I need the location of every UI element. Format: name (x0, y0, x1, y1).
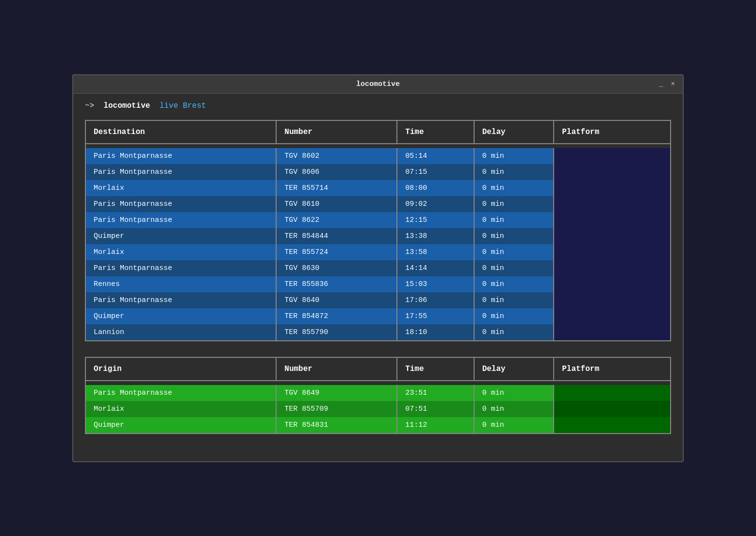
table-row: QuimperTER 85483111:120 min (85, 417, 671, 434)
table-row: MorlaixTER 85572413:580 min (85, 244, 671, 260)
minimize-button[interactable]: _ (659, 80, 663, 88)
col-platform-arr: Platform (554, 357, 671, 381)
arrivals-header-row: Origin Number Time Delay Platform (85, 357, 671, 381)
titlebar: locomotive _ × (73, 75, 683, 94)
table-row: MorlaixTER 85571408:000 min (85, 180, 671, 196)
window-controls: _ × (659, 80, 675, 88)
table-row: Paris MontparnasseTGV 860205:140 min (85, 148, 671, 164)
col-delay: Delay (474, 120, 554, 144)
table-row: QuimperTER 85487217:550 min (85, 308, 671, 324)
prompt-command: locomotive (103, 101, 150, 110)
arrivals-table: Origin Number Time Delay Platform Paris … (85, 357, 671, 434)
prompt-line: ~> locomotive live Brest (85, 101, 671, 110)
col-delay-arr: Delay (474, 357, 554, 381)
prompt-arguments: live Brest (160, 101, 206, 110)
col-origin: Origin (85, 357, 276, 381)
col-time: Time (397, 120, 474, 144)
table-row: Paris MontparnasseTGV 861009:020 min (85, 196, 671, 212)
departures-table: Destination Number Time Delay Platform P… (85, 120, 671, 341)
close-button[interactable]: × (671, 80, 675, 88)
prompt-arrow: ~> (85, 101, 94, 110)
col-number: Number (276, 120, 397, 144)
table-row: Paris MontparnasseTGV 860607:150 min (85, 164, 671, 180)
table-row: MorlaixTER 85570907:510 min (85, 401, 671, 417)
col-time-arr: Time (397, 357, 474, 381)
table-row: Paris MontparnasseTGV 862212:150 min (85, 212, 671, 228)
window-title: locomotive (356, 80, 400, 88)
terminal-window: locomotive _ × ~> locomotive live Brest … (72, 74, 684, 462)
table-row: Paris MontparnasseTGV 863014:140 min (85, 260, 671, 276)
col-destination: Destination (85, 120, 276, 144)
table-row: Paris MontparnasseTGV 864923:510 min (85, 385, 671, 401)
table-row: Paris MontparnasseTGV 864017:060 min (85, 292, 671, 308)
table-row: QuimperTER 85484413:380 min (85, 228, 671, 244)
table-row: LannionTER 85579018:100 min (85, 324, 671, 341)
col-number-arr: Number (276, 357, 397, 381)
table-row: RennesTER 85583615:030 min (85, 276, 671, 292)
departures-header-row: Destination Number Time Delay Platform (85, 120, 671, 144)
terminal-content: ~> locomotive live Brest Destination Num… (73, 94, 683, 461)
col-platform: Platform (554, 120, 671, 144)
